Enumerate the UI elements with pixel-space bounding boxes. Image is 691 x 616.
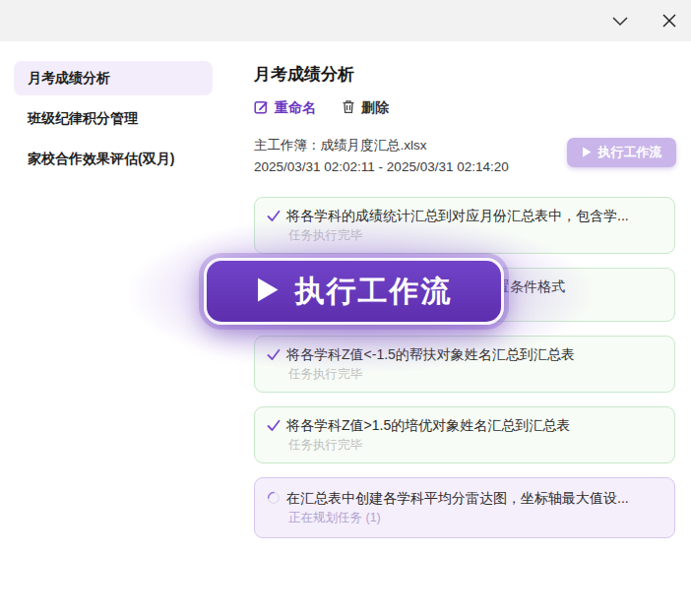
chevron-down-icon: [609, 10, 631, 34]
run-workflow-label: 执行工作流: [598, 144, 662, 161]
delete-button[interactable]: 删除: [342, 99, 389, 117]
delete-label: 删除: [361, 99, 389, 117]
run-workflow-callout-label: 执行工作流: [295, 272, 453, 312]
task-status: 任务执行完毕: [267, 226, 662, 245]
workflow-header: 月考成绩分析 重命名 删除: [254, 63, 675, 178]
task-check-icon: [267, 347, 281, 365]
task-card[interactable]: 将各学科Z值>1.5的培优对象姓名汇总到汇总表 任务执行完毕: [254, 406, 675, 463]
task-text: 在汇总表中创建各学科平均分雷达图，坐标轴最大值设...: [286, 488, 629, 509]
close-window-button[interactable]: [656, 9, 683, 34]
sidebar-item-label: 班级纪律积分管理: [28, 110, 138, 128]
task-status: 任务执行完毕: [267, 436, 662, 455]
task-text: 将各学科的成绩统计汇总到对应月份汇总表中，包含学...: [286, 206, 629, 226]
sidebar-item-label: 家校合作效果评估(双月): [28, 151, 174, 168]
titlebar: [0, 0, 691, 41]
play-icon: [582, 146, 592, 160]
sidebar-item-label: 月考成绩分析: [28, 70, 110, 88]
sidebar-item[interactable]: 月考成绩分析: [14, 61, 213, 95]
task-card[interactable]: 在汇总表中创建各学科平均分雷达图，坐标轴最大值设... 正在规划任务 (1): [254, 477, 675, 538]
run-workflow-button[interactable]: 执行工作流: [567, 138, 676, 167]
rename-button[interactable]: 重命名: [254, 99, 316, 117]
close-icon: [660, 11, 679, 33]
task-check-icon: [267, 418, 281, 436]
trash-icon: [342, 99, 355, 117]
task-text: 将各学科Z值<-1.5的帮扶对象姓名汇总到汇总表: [286, 344, 575, 365]
sidebar-item[interactable]: 班级纪律积分管理: [14, 101, 213, 136]
task-card[interactable]: 将各学科Z值<-1.5的帮扶对象姓名汇总到汇总表 任务执行完毕: [254, 336, 675, 393]
play-icon: [256, 277, 280, 306]
task-status: 正在规划任务 (1): [267, 509, 662, 527]
task-spinner-icon: [267, 491, 281, 509]
task-status: 任务执行完毕: [267, 365, 662, 384]
collapse-window-button[interactable]: [606, 9, 634, 34]
task-check-icon: [267, 209, 281, 226]
task-text: 置条件格式: [496, 277, 565, 297]
run-workflow-button-callout[interactable]: 执行工作流: [204, 258, 504, 325]
sidebar-item[interactable]: 家校合作效果评估(双月): [14, 142, 213, 176]
edit-icon: [254, 99, 269, 117]
sidebar-list: 月考成绩分析 班级纪律积分管理 家校合作效果评估(双月): [14, 61, 213, 182]
rename-label: 重命名: [275, 99, 316, 117]
task-text: 将各学科Z值>1.5的培优对象姓名汇总到汇总表: [286, 415, 570, 436]
page-title: 月考成绩分析: [254, 63, 675, 86]
task-card[interactable]: 将各学科的成绩统计汇总到对应月份汇总表中，包含学... 任务执行完毕: [254, 197, 675, 254]
task-list: 将各学科的成绩统计汇总到对应月份汇总表中，包含学... 任务执行完毕 置条件格式: [254, 197, 675, 552]
